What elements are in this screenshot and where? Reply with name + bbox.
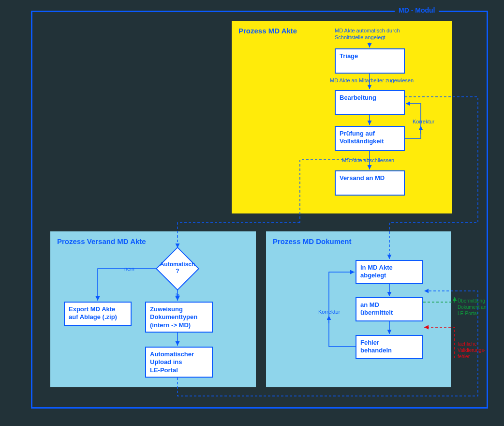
label-korrektur-akte: Korrektur — [413, 119, 434, 124]
box-export: Export MD Akte auf Ablage (.zip) — [64, 302, 132, 326]
process-versand-title: Prozess Versand MD Akte — [57, 237, 249, 245]
box-pruefung: Prüfung auf Vollständigkeit — [335, 126, 405, 151]
box-fehler: Fehler behandeln — [356, 335, 423, 359]
label-red-fehler: fachliche Validierungs- fehler — [458, 341, 486, 360]
label-green-uebermittlung: Übermittlung Dokument an LE-Portal — [458, 298, 486, 317]
label-assigned: MD Akte an Mitarbeiter zugewiesen — [330, 77, 414, 83]
label-ja: ja — [176, 292, 180, 298]
box-uebermittelt: an MD übermittelt — [356, 297, 423, 321]
label-korrektur-dok: Korrektur — [318, 309, 340, 315]
box-versand-md: Versand an MD — [335, 170, 405, 196]
label-abschliessen: MD Akte abschliessen — [342, 157, 394, 163]
box-upload: Automatischer Upload ins LE-Portal — [145, 347, 213, 378]
box-triage: Triage — [335, 48, 405, 74]
box-zuweisung: Zuweisung Dokumenttypen (intern -> MD) — [145, 302, 213, 333]
process-dokument-title: Prozess MD Dokument — [273, 237, 444, 245]
module-label: MD - Modul — [395, 6, 439, 14]
decision-automatisch: Automatisch ? — [156, 247, 199, 290]
box-abgelegt: in MD Akte abgelegt — [356, 260, 423, 284]
note-akte-auto: MD Akte automatisch durch Schnittstelle … — [335, 27, 400, 41]
label-nein: nein — [124, 266, 134, 272]
box-bearbeitung: Bearbeitung — [335, 90, 405, 115]
